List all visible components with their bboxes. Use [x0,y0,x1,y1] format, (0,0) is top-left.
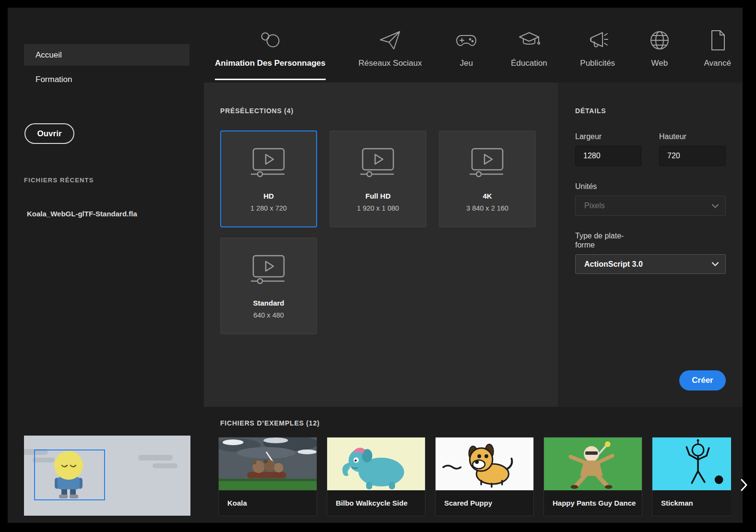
open-button[interactable]: Ouvrir [24,123,74,144]
tab-label: Animation Des Personnages [215,59,326,68]
graduation-cap-icon [518,25,541,56]
paper-plane-icon [378,25,402,56]
recent-file-preview[interactable] [24,436,190,516]
height-field[interactable] [659,146,726,166]
presets-panel: PRÉSÉLECTIONS (4) HD 1 280 x 720 [204,83,558,407]
chevron-down-icon [712,204,719,208]
tab-label: Avancé [704,59,731,68]
tab-label: Éducation [511,59,547,68]
happy-pants-guy-thumbnail [544,437,642,490]
sample-card-stickman[interactable]: Stickman [652,437,731,516]
sample-name: Bilbo Walkcycle Side [327,490,425,516]
sample-card-koala[interactable]: Koala [218,437,317,516]
video-preset-icon [359,148,397,179]
sidebar-item-accueil[interactable]: Accueil [24,44,189,66]
video-preset-icon [249,255,288,286]
preset-card-full-hd[interactable]: Full HD 1 920 x 1 080 [330,130,426,227]
preset-grid: HD 1 280 x 720 Full HD 1 920 x 1 080 [220,130,536,334]
sample-name: Stickman [652,490,731,516]
width-field[interactable] [575,146,641,166]
preset-size: 640 x 480 [253,311,284,319]
sample-files-row: Koala Bilbo Walkcycle Side [218,437,731,516]
character-animation-icon [259,25,282,56]
bilbo-thumbnail [327,437,425,490]
chevron-down-icon [712,262,719,266]
tab-web[interactable]: Web [648,25,671,80]
sample-name: Happy Pants Guy Dance [544,490,642,516]
gamepad-icon [455,25,478,56]
document-icon [706,25,729,56]
preset-name: HD [263,192,274,200]
sidebar: Accueil Formation Ouvrir FICHIERS RÉCENT… [8,8,204,523]
preset-card-standard[interactable]: Standard 640 x 480 [220,237,317,334]
details-panel: DÉTAILS Largeur Hauteur Unités Pixels Ty… [558,83,743,407]
video-preset-icon [468,148,507,179]
height-label: Hauteur [659,132,686,141]
category-tabs: Animation Des Personnages Réseaux Sociau… [215,25,731,80]
tab-label: Réseaux Sociaux [358,59,422,68]
preset-name: Standard [253,299,284,307]
character-preview-image [24,436,190,516]
megaphone-icon [586,25,609,56]
platform-value: ActionScript 3.0 [584,260,643,269]
new-document-dialog: Accueil Formation Ouvrir FICHIERS RÉCENT… [0,0,756,532]
tab-label: Web [651,59,668,68]
chevron-right-icon [740,478,748,492]
units-select[interactable]: Pixels [575,196,726,216]
tab-education[interactable]: Éducation [511,25,547,80]
platform-label: Type de plate-forme [575,231,635,249]
sample-name: Koala [219,490,317,516]
create-button[interactable]: Créer [679,370,726,390]
details-header: DÉTAILS [575,107,606,115]
tab-jeu[interactable]: Jeu [455,25,478,80]
globe-icon [648,25,671,56]
preset-size: 1 280 x 720 [250,204,287,212]
tab-label: Publicités [580,59,615,68]
preset-card-4k[interactable]: 4K 3 840 x 2 160 [439,130,536,227]
stickman-thumbnail [652,437,731,490]
presets-header: PRÉSÉLECTIONS (4) [220,107,294,115]
width-label: Largeur [575,132,602,141]
units-value: Pixels [584,201,605,210]
sample-card-scared-puppy[interactable]: Scared Puppy [435,437,534,516]
tab-animation-des-personnages[interactable]: Animation Des Personnages [215,25,326,80]
preset-size: 3 840 x 2 160 [466,204,508,212]
preset-name: 4K [483,192,492,200]
sample-card-bilbo[interactable]: Bilbo Walkcycle Side [327,437,425,516]
video-preset-icon [249,148,288,179]
scared-puppy-thumbnail [436,437,533,490]
sample-files-header: FICHIERS D’EXEMPLES (12) [220,419,319,427]
preset-size: 1 920 x 1 080 [357,204,399,212]
preset-card-hd[interactable]: HD 1 280 x 720 [220,130,317,227]
sample-name: Scared Puppy [436,490,533,516]
sidebar-item-formation[interactable]: Formation [24,69,189,90]
tab-reseaux-sociaux[interactable]: Réseaux Sociaux [358,25,422,80]
recent-file-item[interactable]: Koala_WebGL-glTF-Standard.fla [27,210,137,218]
recent-files-header: FICHIERS RÉCENTS [24,177,94,184]
koala-thumbnail [219,437,317,490]
tab-publicites[interactable]: Publicités [580,25,615,80]
units-label: Unités [575,182,597,191]
preset-name: Full HD [366,192,391,200]
tab-label: Jeu [460,59,473,68]
tab-avance[interactable]: Avancé [704,25,731,80]
samples-next-button[interactable] [740,477,752,493]
sample-card-happy-pants-guy[interactable]: Happy Pants Guy Dance [543,437,642,516]
platform-select[interactable]: ActionScript 3.0 [575,254,726,274]
